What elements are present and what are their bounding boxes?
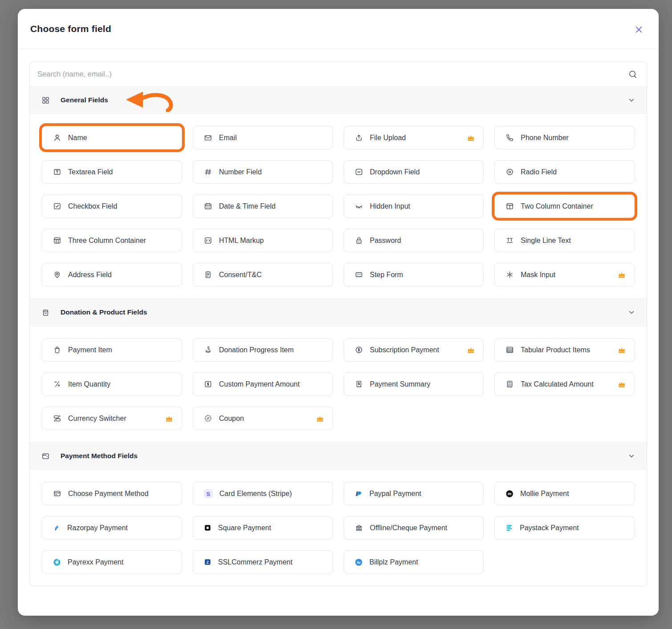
field-button-tabular-product-items[interactable]: Tabular Product Items <box>494 338 635 362</box>
payrexx-icon <box>53 558 61 566</box>
phone-icon <box>506 133 514 142</box>
field-button-two-column-container[interactable]: Two Column Container <box>494 194 635 218</box>
currency-switcher-icon <box>53 414 61 423</box>
field-button-mollie-payment[interactable]: mMollie Payment <box>494 482 635 505</box>
field-button-paypal-payment[interactable]: PPPaypal Payment <box>344 482 484 505</box>
crown-icon <box>614 346 626 355</box>
fields-grid-donation-product-fields: Payment ItemDonation Progress ItemSubscr… <box>30 326 647 442</box>
field-button-square-payment[interactable]: Square Payment <box>193 516 333 540</box>
field-button-subscription-payment[interactable]: Subscription Payment <box>344 338 484 362</box>
search-input[interactable] <box>37 70 628 78</box>
receipt-icon <box>355 380 363 388</box>
field-button-card-elements-stripe[interactable]: SCard Elements (Stripe) <box>193 482 333 505</box>
field-button-radio-field[interactable]: Radio Field <box>494 160 635 184</box>
field-button-sslcommerz-payment[interactable]: ZSSLCommerz Payment <box>193 550 333 574</box>
map-pin-icon <box>53 270 61 279</box>
field-label: HTML Markup <box>219 237 264 245</box>
field-button-offline-cheque-payment[interactable]: Offline/Cheque Payment <box>344 516 484 540</box>
annotation-arrow-icon <box>124 89 174 112</box>
field-label: Hidden Input <box>370 202 410 210</box>
field-button-hidden-input[interactable]: Hidden Input <box>344 194 484 218</box>
close-button[interactable] <box>632 23 645 36</box>
field-label: Number Field <box>219 168 262 176</box>
textarea-icon <box>53 168 61 176</box>
field-button-tax-calculated-amount[interactable]: Tax Calculated Amount <box>494 372 635 396</box>
quantity-icon <box>53 380 61 388</box>
calendar-icon <box>204 202 212 210</box>
field-label: Payment Summary <box>370 380 430 388</box>
field-button-mask-input[interactable]: Mask Input <box>494 263 635 286</box>
field-button-item-quantity[interactable]: Item Quantity <box>42 372 182 396</box>
field-button-donation-progress-item[interactable]: Donation Progress Item <box>193 338 333 362</box>
field-button-file-upload[interactable]: File Upload <box>344 126 484 149</box>
user-icon <box>53 133 61 142</box>
modal-header: Choose form field <box>18 9 659 49</box>
fields-grid-general-fields: NameEmailFile UploadPhone NumberTextarea… <box>30 114 647 298</box>
field-label: Checkbox Field <box>68 202 117 210</box>
field-button-checkbox-field[interactable]: Checkbox Field <box>42 194 182 218</box>
field-button-email[interactable]: Email <box>193 126 333 149</box>
step-form-icon <box>355 270 363 279</box>
svg-text:P: P <box>357 490 361 497</box>
field-button-single-line-text[interactable]: Single Line Text <box>494 229 635 252</box>
hash-icon <box>204 168 212 176</box>
calculator-icon <box>506 380 514 388</box>
field-label: Payment Item <box>68 346 112 354</box>
field-button-consent-t-c[interactable]: Consent/T&C <box>193 263 333 286</box>
field-button-dropdown-field[interactable]: Dropdown Field <box>344 160 484 184</box>
field-button-name[interactable]: Name <box>42 126 182 149</box>
field-button-payment-summary[interactable]: Payment Summary <box>344 372 484 396</box>
field-button-textarea-field[interactable]: Textarea Field <box>42 160 182 184</box>
field-button-number-field[interactable]: Number Field <box>193 160 333 184</box>
field-button-password[interactable]: Password <box>344 229 484 252</box>
dollar-square-icon <box>204 380 212 388</box>
section-header-donation-product-fields[interactable]: Donation & Product Fields <box>30 298 647 326</box>
dropdown-icon <box>355 168 363 176</box>
field-label: Password <box>370 237 401 245</box>
sections: General FieldsNameEmailFile UploadPhone … <box>30 86 647 586</box>
field-label: Payrexx Payment <box>68 558 123 566</box>
single-line-text-icon <box>506 236 514 245</box>
field-label: Email <box>219 134 237 142</box>
field-button-custom-payment-amount[interactable]: Custom Payment Amount <box>193 372 333 396</box>
field-label: Paystack Payment <box>520 524 579 532</box>
field-button-three-column-container[interactable]: Three Column Container <box>42 229 182 252</box>
field-button-currency-switcher[interactable]: Currency Switcher <box>42 407 182 430</box>
square-icon <box>204 524 211 532</box>
section-title: Payment Method Fields <box>61 452 138 460</box>
crown-icon <box>463 133 475 142</box>
checkbox-icon <box>53 202 61 210</box>
crown-icon <box>161 414 174 423</box>
section-header-payment-method-fields[interactable]: Payment Method Fields <box>30 442 647 470</box>
field-button-billplz-payment[interactable]: BzBillplz Payment <box>344 550 484 574</box>
field-button-payrexx-payment[interactable]: Payrexx Payment <box>42 550 182 574</box>
field-button-paystack-payment[interactable]: Paystack Payment <box>494 516 635 540</box>
fields-panel: General FieldsNameEmailFile UploadPhone … <box>29 61 647 586</box>
field-button-payment-item[interactable]: Payment Item <box>42 338 182 362</box>
field-label: Subscription Payment <box>370 346 439 354</box>
chevron-down-icon <box>628 97 635 104</box>
crown-icon <box>463 346 475 355</box>
field-label: Choose Payment Method <box>68 490 149 498</box>
field-label: Coupon <box>219 415 244 423</box>
field-label: File Upload <box>370 134 406 142</box>
section-header-general-fields[interactable]: General Fields <box>30 86 647 114</box>
svg-text:Bz: Bz <box>357 560 361 564</box>
choose-form-field-modal: Choose form field General FieldsNameEmai… <box>18 9 659 616</box>
field-button-date-time-field[interactable]: Date & Time Field <box>193 194 333 218</box>
document-icon <box>204 270 212 279</box>
paystack-icon <box>506 524 513 532</box>
field-label: Three Column Container <box>68 237 146 245</box>
coins-icon <box>204 346 212 354</box>
field-label: Radio Field <box>521 168 557 176</box>
field-label: SSLCommerz Payment <box>218 558 292 566</box>
field-button-phone-number[interactable]: Phone Number <box>494 126 635 149</box>
field-button-razorpay-payment[interactable]: Razorpay Payment <box>42 516 182 540</box>
field-button-address-field[interactable]: Address Field <box>42 263 182 286</box>
field-label: Tabular Product Items <box>521 346 590 354</box>
section-donation-product-fields: Donation & Product FieldsPayment ItemDon… <box>30 298 647 442</box>
field-button-html-markup[interactable]: HTML Markup <box>193 229 333 252</box>
field-button-step-form[interactable]: Step Form <box>344 263 484 286</box>
field-button-coupon[interactable]: Coupon <box>193 407 333 430</box>
field-button-choose-payment-method[interactable]: Choose Payment Method <box>42 482 182 505</box>
